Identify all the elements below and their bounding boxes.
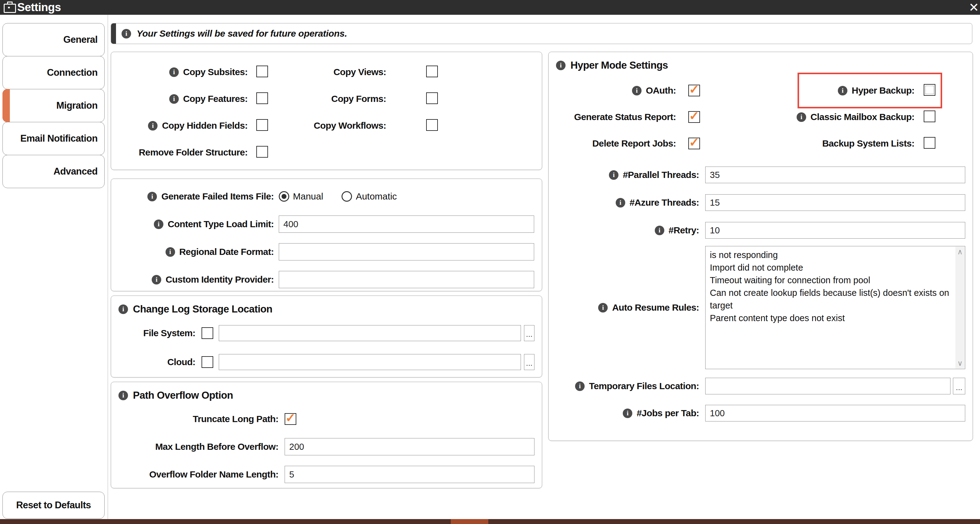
overflow-folder-name-length-label: Overflow Folder Name Length: bbox=[118, 469, 278, 479]
info-icon[interactable]: i bbox=[632, 86, 641, 96]
check-icon: ✓ bbox=[689, 83, 699, 96]
tab-general-label: General bbox=[64, 34, 97, 45]
status-bar-segment bbox=[451, 519, 488, 524]
titlebar: Settings ✕ bbox=[0, 0, 980, 15]
info-icon[interactable]: i bbox=[575, 381, 585, 391]
automatic-radio-label[interactable]: Automatic bbox=[356, 191, 397, 202]
remove-folder-structure-label: Remove Folder Structure: bbox=[139, 147, 248, 158]
manual-radio-label[interactable]: Manual bbox=[293, 191, 323, 202]
cloud-browse-button[interactable]: ... bbox=[524, 354, 535, 370]
info-icon[interactable]: i bbox=[838, 86, 847, 96]
regional-date-format-label: Regional Date Format: bbox=[180, 247, 274, 257]
azure-threads-input[interactable] bbox=[705, 194, 965, 211]
hyper-mode-title: Hyper Mode Settings bbox=[570, 59, 668, 71]
info-icon[interactable]: i bbox=[118, 304, 128, 314]
info-icon[interactable]: i bbox=[616, 198, 625, 207]
truncate-long-path-label: Truncate Long Path: bbox=[118, 414, 278, 424]
info-icon[interactable]: i bbox=[797, 112, 806, 122]
briefcase-icon bbox=[4, 4, 16, 13]
oauth-checkbox[interactable]: ✓ bbox=[688, 84, 700, 96]
close-icon[interactable]: ✕ bbox=[965, 1, 980, 14]
check-icon: ✓ bbox=[285, 412, 296, 424]
copy-forms-checkbox[interactable]: ✓ bbox=[426, 92, 438, 104]
reset-to-defaults-button[interactable]: Reset to Defaults bbox=[2, 492, 105, 519]
cloud-row: Cloud: ✓ ... bbox=[118, 354, 535, 370]
copy-subsites-checkbox[interactable]: ✓ bbox=[256, 65, 268, 77]
info-icon[interactable]: i bbox=[165, 247, 175, 257]
info-icon[interactable]: i bbox=[148, 121, 158, 131]
info-icon[interactable]: i bbox=[152, 275, 161, 285]
tab-advanced-label: Advanced bbox=[54, 166, 97, 177]
jobs-per-tab-label: #Jobs per Tab: bbox=[636, 408, 699, 418]
max-length-label: Max Length Before Overflow: bbox=[118, 441, 278, 452]
delete-report-jobs-checkbox[interactable]: ✓ bbox=[688, 138, 700, 149]
temporary-files-browse-button[interactable]: ... bbox=[953, 378, 965, 394]
tab-migration-label: Migration bbox=[56, 100, 97, 111]
remove-folder-structure-checkbox[interactable]: ✓ bbox=[256, 146, 268, 158]
cloud-path-input[interactable] bbox=[219, 354, 521, 370]
retry-input[interactable] bbox=[705, 222, 965, 239]
hyper-backup-checkbox[interactable]: ✓ bbox=[924, 84, 935, 96]
tab-connection[interactable]: Connection bbox=[2, 56, 105, 89]
file-system-browse-button[interactable]: ... bbox=[524, 325, 535, 341]
file-system-label: File System: bbox=[118, 328, 196, 338]
automatic-radio[interactable] bbox=[342, 191, 352, 202]
cloud-checkbox[interactable]: ✓ bbox=[202, 356, 213, 368]
copy-workflows-label: Copy Workflows: bbox=[314, 120, 386, 131]
info-icon[interactable]: i bbox=[623, 409, 632, 418]
radio-dot bbox=[282, 194, 286, 199]
copy-features-checkbox[interactable]: ✓ bbox=[256, 92, 268, 104]
max-length-input[interactable] bbox=[285, 438, 535, 456]
file-system-row: File System: ✓ ... bbox=[118, 325, 535, 341]
scroll-down-icon[interactable]: ∨ bbox=[955, 358, 965, 368]
jobs-per-tab-input[interactable] bbox=[705, 405, 965, 422]
info-icon[interactable]: i bbox=[154, 220, 163, 229]
truncate-long-path-checkbox[interactable]: ✓ bbox=[285, 413, 296, 425]
auto-resume-rules-textarea[interactable]: is not responding Import did not complet… bbox=[705, 246, 965, 369]
textarea-scrollbar[interactable]: ∧ ∨ bbox=[955, 247, 965, 368]
azure-threads-label: #Azure Threads: bbox=[630, 197, 699, 208]
copy-forms-label: Copy Forms: bbox=[331, 94, 386, 104]
tab-advanced[interactable]: Advanced bbox=[2, 155, 105, 188]
custom-identity-provider-input[interactable] bbox=[279, 271, 534, 288]
backup-system-lists-checkbox[interactable]: ✓ bbox=[924, 137, 935, 149]
generate-failed-items-row: i Generate Failed Items File: Manual Aut… bbox=[118, 188, 535, 205]
path-overflow-panel: i Path Overflow Option Truncate Long Pat… bbox=[111, 382, 542, 488]
focus-ring bbox=[925, 86, 934, 94]
parallel-threads-label: #Parallel Threads: bbox=[623, 170, 699, 180]
tab-email-notification[interactable]: Email Notification bbox=[2, 122, 105, 155]
info-icon[interactable]: i bbox=[609, 170, 619, 180]
info-icon[interactable]: i bbox=[169, 94, 179, 104]
check-icon: ✓ bbox=[689, 110, 699, 122]
info-icon[interactable]: i bbox=[655, 226, 664, 235]
copy-hidden-fields-label: Copy Hidden Fields: bbox=[162, 120, 248, 131]
copy-views-checkbox[interactable]: ✓ bbox=[426, 65, 438, 77]
file-system-checkbox[interactable]: ✓ bbox=[202, 327, 213, 339]
tab-general[interactable]: General bbox=[2, 23, 105, 56]
regional-date-format-input[interactable] bbox=[279, 243, 534, 260]
parallel-threads-row: i #Parallel Threads: bbox=[556, 161, 965, 189]
overflow-folder-name-length-input[interactable] bbox=[285, 466, 535, 483]
manual-radio[interactable] bbox=[279, 191, 289, 202]
classic-mailbox-backup-checkbox[interactable]: ✓ bbox=[924, 110, 935, 122]
copy-options-panel: i Copy Subsites: ✓ Copy Views: ✓ i Copy … bbox=[111, 52, 542, 170]
copy-hidden-fields-checkbox[interactable]: ✓ bbox=[256, 119, 268, 131]
info-icon[interactable]: i bbox=[169, 67, 179, 77]
content-type-load-limit-input[interactable] bbox=[279, 215, 534, 233]
auto-resume-rules-text: is not responding Import did not complet… bbox=[706, 246, 955, 369]
temporary-files-location-input[interactable] bbox=[705, 378, 950, 394]
info-icon[interactable]: i bbox=[118, 391, 128, 400]
copy-row-remove-folder: Remove Folder Structure: ✓ bbox=[118, 145, 535, 160]
generate-status-report-checkbox[interactable]: ✓ bbox=[688, 111, 700, 123]
info-icon[interactable]: i bbox=[556, 61, 566, 70]
copy-views-label: Copy Views: bbox=[334, 67, 386, 77]
info-icon[interactable]: i bbox=[598, 303, 608, 312]
info-icon[interactable]: i bbox=[147, 192, 157, 201]
copy-row-features-forms: i Copy Features: ✓ Copy Forms: ✓ bbox=[118, 91, 535, 107]
copy-workflows-checkbox[interactable]: ✓ bbox=[426, 119, 438, 131]
tab-migration[interactable]: Migration bbox=[2, 89, 105, 122]
info-banner: i Your Settings will be saved for future… bbox=[111, 23, 972, 44]
scroll-up-icon[interactable]: ∧ bbox=[955, 247, 965, 257]
parallel-threads-input[interactable] bbox=[705, 167, 965, 183]
file-system-path-input[interactable] bbox=[219, 325, 521, 341]
